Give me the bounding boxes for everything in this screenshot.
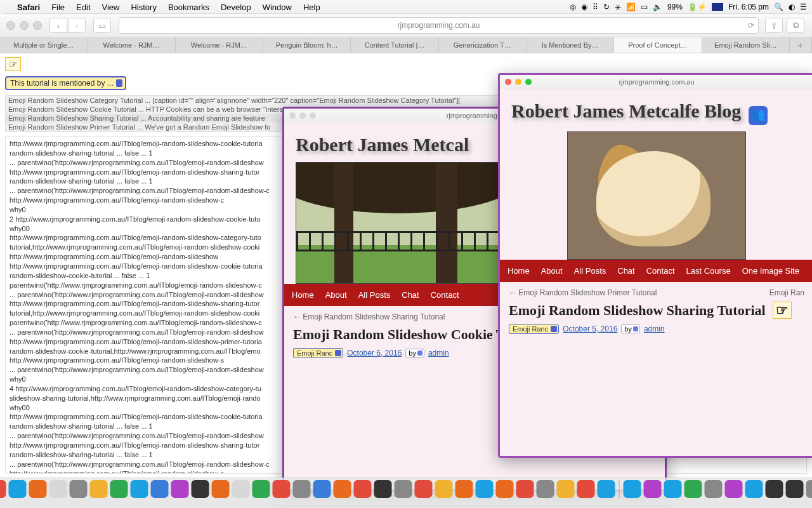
nav-about[interactable]: About [325, 290, 347, 300]
dock-app[interactable] [232, 480, 250, 498]
nav-home[interactable]: Home [292, 290, 314, 300]
dock-app[interactable] [29, 480, 47, 498]
nav-chat[interactable]: Chat [402, 290, 419, 300]
tab-2[interactable]: Welcome - RJM… [176, 37, 263, 53]
prev-post-link[interactable]: ← Emoji Random Slideshow Primer Tutorial [509, 288, 657, 297]
menu-help[interactable]: Help [298, 3, 326, 12]
tray-icon[interactable]: ◎ [570, 3, 576, 11]
dock-app[interactable] [664, 480, 682, 498]
share-button[interactable]: ⇪ [765, 18, 783, 33]
forward-button[interactable]: › [68, 18, 86, 33]
siri-icon[interactable]: ◐ [789, 3, 795, 11]
dock-app-itunes[interactable] [171, 480, 189, 498]
prev-post-link[interactable]: ← Emoji Random Slideshow Sharing Tutoria… [293, 312, 445, 321]
tab-7[interactable]: Proof of Concept… [614, 37, 702, 53]
menu-window[interactable]: Window [257, 3, 298, 12]
dock-app[interactable] [354, 480, 372, 498]
sidebar-button[interactable]: ▭ [93, 18, 111, 33]
popup2-titlebar[interactable]: rjmprogramming.com.au [500, 75, 812, 89]
new-tab-button[interactable]: ＋ [790, 37, 812, 53]
dock-app-safari[interactable] [9, 480, 27, 498]
dock-app[interactable] [476, 480, 494, 498]
category-select[interactable]: Emoji Ranc [293, 348, 343, 358]
menu-file[interactable]: File [46, 3, 70, 12]
nav-allposts[interactable]: All Posts [358, 290, 391, 300]
dock-app-opera[interactable] [415, 480, 433, 498]
dock-app-filezilla[interactable] [516, 480, 534, 498]
dock-app-calendar[interactable] [49, 480, 67, 498]
dock-app[interactable] [70, 480, 88, 498]
author-link[interactable]: admin [644, 324, 665, 333]
by-select[interactable]: by [405, 349, 424, 358]
dock-app-chrome[interactable] [435, 480, 453, 498]
dock-app[interactable] [598, 480, 615, 498]
display-icon[interactable]: ▭ [641, 3, 648, 11]
dock-app-virtualbox[interactable] [624, 480, 641, 498]
tab-8[interactable]: Emoji Random Sli… [702, 37, 790, 53]
window-controls[interactable] [6, 21, 42, 30]
dock-app[interactable] [110, 480, 128, 498]
back-button[interactable]: ‹ [49, 18, 67, 33]
dock-app[interactable] [684, 480, 702, 498]
blog-title[interactable]: Robert James Metcal [296, 134, 469, 155]
dock-app[interactable] [192, 480, 209, 498]
dock-app[interactable] [374, 480, 392, 498]
author-link[interactable]: admin [428, 349, 449, 358]
dock-app[interactable] [496, 480, 514, 498]
dock-app[interactable] [313, 480, 331, 498]
pointer-icon[interactable]: ☞ [773, 302, 792, 319]
app-menu[interactable]: Safari [11, 3, 46, 12]
tab-4[interactable]: Content Tutorial |… [351, 37, 438, 53]
dock-app[interactable] [293, 480, 311, 498]
menu-bookmarks[interactable]: Bookmarks [162, 3, 215, 12]
dock-app[interactable] [577, 480, 595, 498]
pointer-icon[interactable]: ☞ [5, 57, 21, 71]
category-select[interactable]: Emoji Ranc [509, 324, 559, 334]
dock-app[interactable] [252, 480, 270, 498]
notification-icon[interactable]: ☰ [800, 3, 807, 11]
spotlight-icon[interactable]: 🔍 [774, 3, 783, 11]
nav-lastcourse[interactable]: Last Course [686, 266, 731, 276]
menu-edit[interactable]: Edit [70, 3, 96, 12]
dock-app-firefox[interactable] [334, 480, 351, 498]
zoom-icon[interactable] [525, 79, 532, 85]
mention-select[interactable]: This tutorial is mentioned by ... [5, 76, 126, 90]
dock-app[interactable] [644, 480, 662, 498]
dock-app[interactable] [725, 480, 743, 498]
menu-history[interactable]: History [125, 3, 162, 12]
dock-app[interactable] [786, 480, 804, 498]
nav-about[interactable]: About [541, 266, 563, 276]
post-date[interactable]: October 5, 2016 [563, 324, 617, 333]
tab-3[interactable]: Penguin Bloom: h… [263, 37, 351, 53]
nav-contact[interactable]: Contact [431, 290, 459, 300]
tray-icon[interactable]: ↻ [603, 3, 610, 11]
nav-home[interactable]: Home [508, 266, 530, 276]
dock-app[interactable] [212, 480, 230, 498]
dock-app[interactable] [0, 480, 6, 498]
nav-chat[interactable]: Chat [617, 266, 634, 276]
address-bar[interactable]: rjmprogramming.com.au ⟳ [119, 17, 759, 34]
blog-title[interactable]: Robert James Metcalfe Blog [511, 100, 741, 121]
dock-app[interactable] [745, 480, 763, 498]
wifi-icon[interactable]: 📶 [626, 3, 636, 11]
tab-5[interactable]: Genericization T… [439, 37, 527, 53]
dock-app[interactable] [90, 480, 108, 498]
flag-icon[interactable] [712, 3, 723, 11]
next-post-link[interactable]: Emoji Ran [769, 288, 804, 297]
dock-app[interactable] [131, 480, 148, 498]
battery-icon[interactable]: 🔋⚡ [688, 3, 707, 11]
clock[interactable]: Fri. 6:05 pm [728, 3, 769, 11]
minimize-icon[interactable] [515, 79, 521, 85]
menu-develop[interactable]: Develop [215, 3, 257, 12]
tab-0[interactable]: Multiple or Single… [0, 37, 88, 53]
dock-app[interactable] [557, 480, 575, 498]
dock-app[interactable] [273, 480, 291, 498]
dock-app[interactable] [455, 480, 473, 498]
nav-allposts[interactable]: All Posts [574, 266, 606, 276]
dock-app-github[interactable] [806, 480, 813, 498]
nav-contact[interactable]: Contact [646, 266, 675, 276]
dock-app[interactable] [151, 480, 169, 498]
post-date[interactable]: October 6, 2016 [347, 349, 402, 358]
bluetooth-icon[interactable]: ⚹ [615, 3, 621, 11]
dock-app[interactable] [395, 480, 412, 498]
